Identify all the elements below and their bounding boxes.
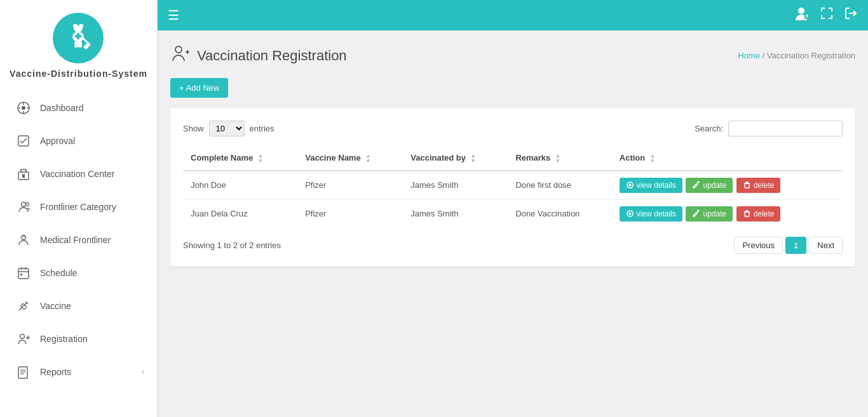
sort-arrows-action: ▲▼ — [650, 154, 655, 164]
page-title-icon — [170, 43, 191, 68]
logo-title: Vaccine-Distribution-System — [10, 69, 147, 79]
topbar: ☰ — [158, 0, 868, 30]
sidebar: Vaccine-Distribution-System Dashboard — [0, 0, 158, 417]
sidebar-item-vaccination-center[interactable]: Vaccination Center — [0, 157, 157, 190]
sidebar-item-vaccine[interactable]: Vaccine — [0, 289, 157, 322]
table-controls: Show 10 25 50 100 entries Search: — [183, 121, 843, 136]
svg-point-45 — [175, 46, 182, 53]
search-input[interactable] — [728, 121, 843, 136]
breadcrumb-home[interactable]: Home — [738, 51, 760, 60]
svg-rect-19 — [21, 173, 26, 175]
svg-rect-28 — [20, 274, 22, 275]
cell-vaccine-name: Pfizer — [297, 199, 403, 228]
expand-icon[interactable] — [820, 6, 834, 24]
sidebar-item-registration[interactable]: Registration — [0, 322, 157, 355]
col-header-vaccine-name[interactable]: Vaccine Name ▲▼ — [297, 147, 403, 171]
reports-icon — [15, 363, 32, 381]
sidebar-item-label-medical-frontliner: Medical Frontliner — [40, 235, 144, 245]
update-button-1[interactable]: update — [686, 206, 733, 222]
cell-vaccine-name: Pfizer — [297, 171, 403, 200]
page-title: Vaccination Registration — [197, 48, 347, 64]
pagination: Previous 1 Next — [734, 237, 843, 254]
topbar-icons — [793, 5, 858, 25]
svg-rect-36 — [18, 367, 27, 378]
dashboard-icon — [15, 99, 32, 117]
sidebar-item-label-reports: Reports — [40, 367, 142, 377]
add-new-button[interactable]: + Add New — [170, 78, 228, 98]
showing-text: Showing 1 to 2 of 2 entries — [183, 241, 281, 250]
col-header-remarks[interactable]: Remarks ▲▼ — [508, 147, 611, 171]
sidebar-item-frontliner-category[interactable]: Frontliner Category — [0, 190, 157, 223]
update-button-0[interactable]: update — [686, 178, 733, 193]
view-details-button-0[interactable]: view details — [620, 178, 682, 193]
col-header-action[interactable]: Action ▲▼ — [612, 147, 843, 171]
view-details-button-1[interactable]: view details — [620, 206, 682, 222]
sidebar-item-schedule[interactable]: Schedule — [0, 256, 157, 289]
main-area: ☰ — [158, 0, 868, 417]
sidebar-item-reports[interactable]: Reports ‹ — [0, 355, 157, 388]
svg-rect-9 — [78, 41, 82, 48]
sidebar-item-dashboard[interactable]: Dashboard — [0, 91, 157, 124]
svg-point-52 — [628, 213, 631, 215]
svg-rect-24 — [18, 268, 29, 279]
cell-action: view details update delete — [612, 199, 843, 228]
svg-rect-50 — [745, 183, 749, 188]
sort-arrows-complete-name: ▲▼ — [258, 154, 263, 164]
user-profile-icon[interactable] — [793, 5, 810, 25]
sidebar-item-label-frontliner-category: Frontliner Category — [40, 202, 144, 212]
sort-arrows-vaccinated-by: ▲▼ — [471, 154, 476, 164]
table-card: Show 10 25 50 100 entries Search: — [170, 108, 855, 267]
logout-icon[interactable] — [844, 6, 858, 24]
previous-button[interactable]: Previous — [734, 237, 783, 254]
sidebar-item-label-dashboard: Dashboard — [40, 103, 144, 113]
sidebar-item-label-schedule: Schedule — [40, 268, 144, 278]
search-area: Search: — [695, 121, 843, 136]
cell-action: view details update delete — [612, 171, 843, 200]
table-body: John Doe Pfizer James Smith Done first d… — [183, 171, 843, 228]
reports-chevron-icon: ‹ — [142, 367, 144, 376]
cell-complete-name: Juan Dela Cruz — [183, 199, 297, 228]
cell-remarks: Done first dose — [508, 171, 611, 200]
page-1-button[interactable]: 1 — [785, 237, 806, 254]
show-label: Show — [183, 124, 204, 133]
delete-button-1[interactable]: delete — [736, 206, 781, 222]
entries-select[interactable]: 10 25 50 100 — [209, 121, 245, 136]
next-button[interactable]: Next — [809, 237, 843, 254]
registration-icon — [15, 330, 32, 348]
hamburger-icon[interactable]: ☰ — [168, 8, 179, 23]
svg-point-49 — [628, 184, 631, 187]
svg-point-33 — [20, 334, 25, 339]
table-footer: Showing 1 to 2 of 2 entries Previous 1 N… — [183, 237, 843, 254]
cell-vaccinated-by: James Smith — [403, 199, 508, 228]
svg-line-31 — [19, 309, 20, 310]
schedule-icon — [15, 264, 32, 282]
col-header-complete-name[interactable]: Complete Name ▲▼ — [183, 147, 297, 171]
sidebar-item-medical-frontliner[interactable]: Medical Frontliner — [0, 223, 157, 256]
delete-button-0[interactable]: delete — [736, 178, 781, 193]
svg-point-42 — [806, 15, 808, 17]
breadcrumb-current: Vaccination Registration — [767, 51, 855, 60]
svg-point-11 — [22, 106, 25, 110]
svg-rect-2 — [77, 23, 79, 25]
col-header-vaccinated-by[interactable]: Vaccinated by ▲▼ — [403, 147, 508, 171]
search-label: Search: — [695, 124, 723, 133]
medical-frontliner-icon — [15, 231, 32, 249]
show-entries-control: Show 10 25 50 100 entries — [183, 121, 275, 136]
sidebar-item-label-vaccination-center: Vaccination Center — [40, 169, 144, 179]
page-title-area: Vaccination Registration — [170, 43, 347, 68]
approval-icon — [15, 132, 32, 150]
sidebar-logo: Vaccine-Distribution-System — [3, 0, 154, 85]
nav-menu: Dashboard Approval Vaccination Cente — [0, 91, 157, 388]
entries-label: entries — [250, 124, 275, 133]
vaccination-table: Complete Name ▲▼ Vaccine Name ▲▼ Vaccina… — [183, 147, 843, 228]
logo-circle — [53, 13, 104, 63]
table-row: Juan Dela Cruz Pfizer James Smith Done V… — [183, 199, 843, 228]
table-header-row: Complete Name ▲▼ Vaccine Name ▲▼ Vaccina… — [183, 147, 843, 171]
svg-point-20 — [22, 202, 26, 207]
sidebar-item-label-vaccine: Vaccine — [40, 301, 144, 311]
cell-complete-name: John Doe — [183, 171, 297, 200]
sidebar-item-approval[interactable]: Approval — [0, 124, 157, 157]
content-area: Vaccination Registration Home / Vaccinat… — [158, 30, 868, 417]
cell-vaccinated-by: James Smith — [403, 171, 508, 200]
table-row: John Doe Pfizer James Smith Done first d… — [183, 171, 843, 200]
